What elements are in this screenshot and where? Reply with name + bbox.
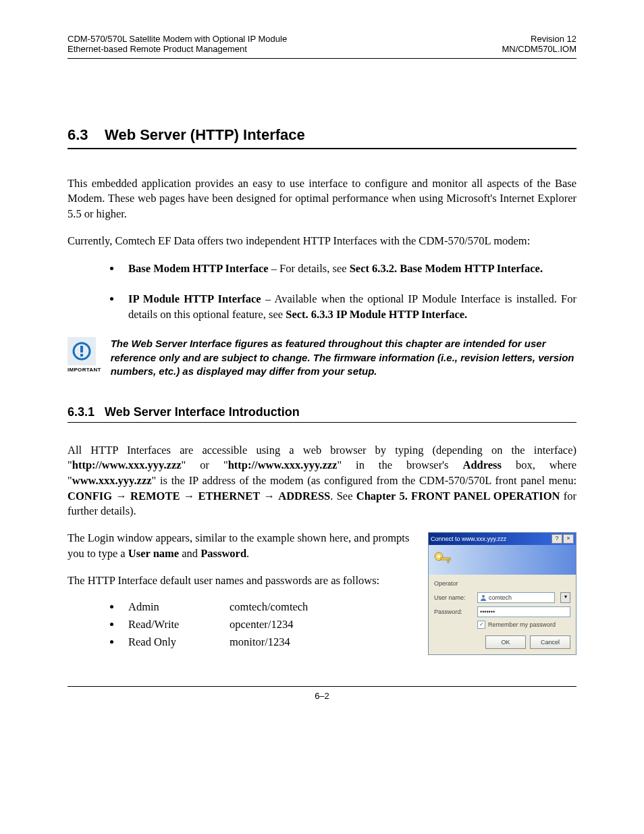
password-label: Password: bbox=[434, 608, 473, 615]
remember-label: Remember my password bbox=[488, 621, 556, 628]
credentials-list: Admincomtech/comtech Read/Writeopcenter/… bbox=[68, 600, 419, 649]
header-rule bbox=[68, 58, 576, 59]
login-dialog: Connect to www.xxx.yyy.zzz ? × Operator … bbox=[428, 532, 576, 655]
username-label: User name: bbox=[434, 594, 473, 601]
important-label: IMPORTANT bbox=[68, 367, 101, 373]
dialog-title: Connect to www.xxx.yyy.zzz bbox=[431, 536, 506, 542]
svg-rect-5 bbox=[448, 560, 449, 563]
arrow-right-icon: → bbox=[115, 490, 127, 502]
bullet-bold: Base Modem HTTP Interface bbox=[128, 262, 269, 275]
subsection-heading: 6.3.1 Web Server Interface Introduction bbox=[68, 405, 576, 419]
section-number: 6.3 bbox=[68, 126, 88, 143]
bullet-bold: IP Module HTTP Interface bbox=[128, 292, 261, 305]
important-text: The Web Server Interface figures as feat… bbox=[111, 337, 576, 378]
dialog-titlebar: Connect to www.xxx.yyy.zzz ? × bbox=[429, 533, 576, 545]
remember-password-checkbox[interactable]: ✓ Remember my password bbox=[477, 621, 570, 629]
svg-rect-1 bbox=[80, 346, 83, 353]
section-heading: 6.3 Web Server (HTTP) Interface bbox=[68, 126, 576, 144]
help-button[interactable]: ? bbox=[552, 534, 562, 544]
svg-point-6 bbox=[437, 555, 440, 558]
list-item: Read Onlymonitor/1234 bbox=[122, 635, 419, 649]
paragraph-4: The Login window appears, similar to the… bbox=[68, 531, 419, 561]
list-item: IP Module HTTP Interface – Available whe… bbox=[122, 291, 576, 322]
interface-list: Base Modem HTTP Interface – For details,… bbox=[68, 261, 576, 322]
svg-point-7 bbox=[482, 595, 485, 598]
subsection-title: Web Server Interface Introduction bbox=[105, 405, 300, 419]
person-icon bbox=[480, 594, 487, 601]
list-item: Base Modem HTTP Interface – For details,… bbox=[122, 261, 576, 276]
checkbox-icon: ✓ bbox=[477, 621, 485, 629]
arrow-right-icon: → bbox=[263, 490, 275, 502]
close-button[interactable]: × bbox=[563, 534, 574, 544]
document-header: CDM-570/570L Satellite Modem with Option… bbox=[68, 34, 576, 54]
paragraph-1: This embedded application provides an ea… bbox=[68, 176, 576, 221]
dropdown-button[interactable]: ▾ bbox=[560, 592, 570, 603]
subsection-rule bbox=[68, 422, 576, 423]
section-rule bbox=[68, 148, 576, 149]
header-right-1: Revision 12 bbox=[502, 34, 576, 44]
header-left-1: CDM-570/570L Satellite Modem with Option… bbox=[68, 34, 287, 44]
paragraph-2: Currently, Comtech EF Data offers two in… bbox=[68, 234, 576, 249]
svg-rect-2 bbox=[80, 354, 83, 357]
dialog-banner bbox=[429, 545, 576, 575]
important-note: IMPORTANT The Web Server Interface figur… bbox=[68, 337, 576, 378]
keys-icon bbox=[433, 550, 453, 569]
arrow-right-icon: → bbox=[184, 490, 195, 502]
header-left-2: Ethernet-based Remote Product Management bbox=[68, 44, 287, 54]
section-title: Web Server (HTTP) Interface bbox=[105, 126, 305, 143]
subsection-number: 6.3.1 bbox=[68, 405, 95, 419]
page-number: 6–2 bbox=[68, 686, 576, 701]
ok-button[interactable]: OK bbox=[485, 635, 526, 649]
paragraph-3: All HTTP Interfaces are accessible using… bbox=[68, 443, 576, 519]
important-icon bbox=[68, 337, 96, 365]
password-input[interactable]: ••••••• bbox=[477, 606, 570, 617]
username-input[interactable]: comtech bbox=[477, 592, 555, 603]
cancel-button[interactable]: Cancel bbox=[530, 635, 570, 649]
paragraph-5: The HTTP Interface default user names an… bbox=[68, 573, 419, 588]
list-item: Read/Writeopcenter/1234 bbox=[122, 618, 419, 631]
realm-label: Operator bbox=[434, 580, 570, 587]
header-right-2: MN/CDM570L.IOM bbox=[502, 44, 576, 54]
list-item: Admincomtech/comtech bbox=[122, 600, 419, 614]
